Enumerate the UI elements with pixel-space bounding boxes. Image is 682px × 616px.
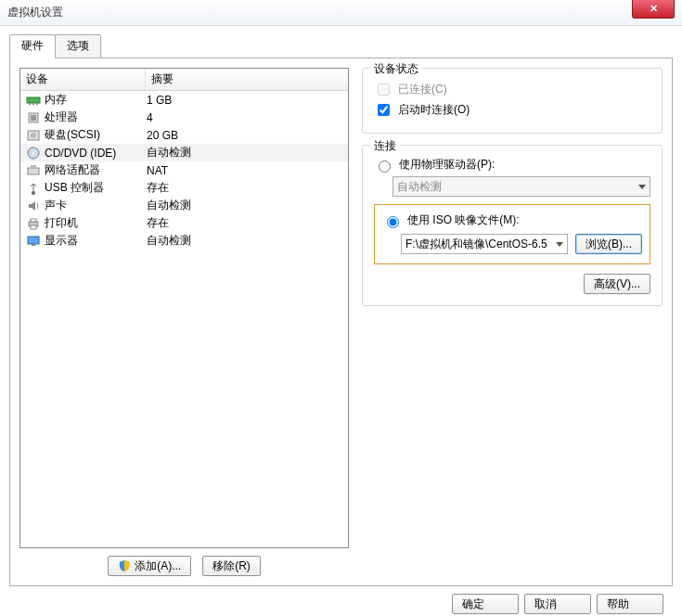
device-name: 声卡 xyxy=(45,198,147,213)
svg-rect-1 xyxy=(29,103,31,105)
device-summary: 存在 xyxy=(147,180,169,196)
advanced-button[interactable]: 高级(V)... xyxy=(584,274,650,294)
device-name: 处理器 xyxy=(45,109,147,125)
net-icon xyxy=(26,163,41,178)
svg-rect-10 xyxy=(28,168,39,174)
svg-rect-15 xyxy=(31,225,36,229)
cpu-icon xyxy=(26,110,41,125)
device-row-usb[interactable]: USB 控制器存在 xyxy=(20,179,348,197)
physical-drive-combo[interactable]: 自动检测 xyxy=(392,176,650,197)
col-device[interactable]: 设备 xyxy=(20,69,146,90)
device-row-display[interactable]: 显示器自动检测 xyxy=(20,232,348,250)
device-row-net[interactable]: 网络适配器NAT xyxy=(20,161,348,179)
usb-icon xyxy=(26,181,41,196)
device-row-memory[interactable]: 内存1 GB xyxy=(20,91,348,109)
device-summary: 自动检测 xyxy=(147,198,191,213)
svg-rect-2 xyxy=(32,103,34,105)
device-name: 打印机 xyxy=(45,215,147,231)
device-name: 网络适配器 xyxy=(45,162,147,178)
list-header: 设备 摘要 xyxy=(20,69,348,91)
device-row-sound[interactable]: 声卡自动检测 xyxy=(20,197,348,214)
titlebar: 虚拟机设置 ✕ xyxy=(0,0,682,26)
device-summary: 1 GB xyxy=(147,94,172,107)
device-status-legend: 设备状态 xyxy=(370,61,422,77)
svg-rect-5 xyxy=(31,115,36,121)
add-button[interactable]: 添加(A)... xyxy=(108,556,191,576)
svg-point-7 xyxy=(31,133,36,138)
memory-icon xyxy=(26,93,41,108)
help-button[interactable]: 帮助 xyxy=(597,594,663,614)
cd-icon xyxy=(26,146,41,160)
svg-rect-0 xyxy=(27,97,40,103)
device-row-hdd[interactable]: 硬盘(SCSI)20 GB xyxy=(20,126,348,144)
svg-rect-11 xyxy=(31,165,36,168)
shield-icon xyxy=(118,559,131,572)
connection-group: 连接 使用物理驱动器(P): 自动检测 使用 ISO 映像文件(M): xyxy=(362,145,663,306)
svg-point-9 xyxy=(32,151,35,154)
device-name: 内存 xyxy=(45,92,147,108)
use-physical-radio[interactable]: 使用物理驱动器(P): xyxy=(374,157,650,173)
window-title: 虚拟机设置 xyxy=(7,5,63,20)
cancel-button[interactable]: 取消 xyxy=(524,594,591,614)
svg-rect-17 xyxy=(32,244,35,246)
device-row-cpu[interactable]: 处理器4 xyxy=(20,109,348,126)
close-icon: ✕ xyxy=(650,3,658,15)
device-row-cd[interactable]: CD/DVD (IDE)自动检测 xyxy=(20,144,348,161)
device-list: 设备 摘要 内存1 GB处理器4硬盘(SCSI)20 GBCD/DVD (IDE… xyxy=(19,68,349,548)
ok-button[interactable]: 确定 xyxy=(452,594,519,614)
svg-rect-14 xyxy=(31,219,36,222)
device-name: USB 控制器 xyxy=(45,180,147,196)
device-summary: 20 GB xyxy=(147,129,178,142)
hdd-icon xyxy=(26,128,41,143)
connection-legend: 连接 xyxy=(370,138,400,154)
close-button[interactable]: ✕ xyxy=(632,0,675,19)
iso-highlight: 使用 ISO 映像文件(M): F:\虚拟机和镜像\CentOS-6.5 浏览(… xyxy=(374,204,650,264)
col-summary[interactable]: 摘要 xyxy=(146,69,179,90)
device-summary: NAT xyxy=(147,164,168,177)
device-summary: 存在 xyxy=(147,215,169,231)
device-status-group: 设备状态 已连接(C) 启动时连接(O) xyxy=(362,68,663,134)
tabs: 硬件 选项 xyxy=(9,34,673,58)
tab-options[interactable]: 选项 xyxy=(55,34,101,58)
printer-icon xyxy=(26,216,41,231)
device-name: CD/DVD (IDE) xyxy=(45,147,147,160)
device-row-printer[interactable]: 打印机存在 xyxy=(20,214,348,232)
svg-rect-3 xyxy=(36,103,38,105)
device-summary: 自动检测 xyxy=(147,233,191,249)
sound-icon xyxy=(26,199,41,213)
remove-button[interactable]: 移除(R) xyxy=(202,556,261,576)
use-iso-radio[interactable]: 使用 ISO 映像文件(M): xyxy=(382,212,642,228)
device-summary: 自动检测 xyxy=(147,145,191,160)
browse-button[interactable]: 浏览(B)... xyxy=(575,234,642,254)
tab-hardware[interactable]: 硬件 xyxy=(9,34,56,58)
device-summary: 4 xyxy=(147,111,153,124)
device-name: 硬盘(SCSI) xyxy=(45,127,147,143)
display-icon xyxy=(26,234,41,249)
device-name: 显示器 xyxy=(45,233,147,249)
iso-path-combo[interactable]: F:\虚拟机和镜像\CentOS-6.5 xyxy=(401,234,568,254)
connected-checkbox[interactable]: 已连接(C) xyxy=(374,81,650,98)
connect-poweron-checkbox[interactable]: 启动时连接(O) xyxy=(374,101,650,119)
svg-rect-16 xyxy=(28,237,39,244)
